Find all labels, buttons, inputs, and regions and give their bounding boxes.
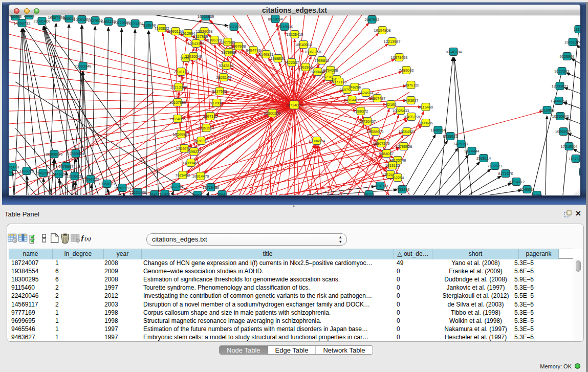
svg-text:8938923: 8938923 (443, 134, 458, 139)
svg-text:252254: 252254 (391, 176, 404, 180)
svg-text:10688609: 10688609 (367, 129, 384, 134)
svg-text:39154: 39154 (9, 170, 13, 174)
svg-text:1167533: 1167533 (569, 157, 580, 161)
svg-text:8427552: 8427552 (212, 89, 227, 94)
svg-text:8471676: 8471676 (498, 171, 513, 176)
svg-text:20053346: 20053346 (75, 64, 92, 69)
svg-text:14099489: 14099489 (183, 161, 200, 165)
svg-text:18724007: 18724007 (286, 103, 303, 107)
svg-text:15692971: 15692971 (555, 129, 572, 134)
svg-text:1156829: 1156829 (19, 169, 34, 173)
svg-text:9474444: 9474444 (465, 149, 480, 154)
svg-text:3624554: 3624554 (359, 91, 374, 95)
svg-text:10210643: 10210643 (552, 114, 569, 119)
svg-text:12213987: 12213987 (384, 39, 401, 44)
svg-text:16648784: 16648784 (445, 50, 462, 54)
svg-text:15751074: 15751074 (564, 40, 580, 45)
svg-text:19218506: 19218506 (276, 25, 293, 29)
svg-text:12975115: 12975115 (403, 83, 419, 87)
svg-text:7625402: 7625402 (176, 173, 190, 178)
svg-text:746266: 746266 (349, 85, 361, 90)
svg-text:12444154: 12444154 (551, 99, 568, 103)
svg-text:7515546: 7515546 (141, 23, 156, 28)
svg-text:25300205: 25300205 (264, 111, 281, 116)
svg-text:9327509: 9327509 (193, 34, 208, 39)
svg-text:10973493: 10973493 (391, 55, 408, 60)
svg-text:9777169: 9777169 (332, 80, 347, 84)
svg-text:2942737: 2942737 (36, 171, 51, 176)
svg-text:18640910: 18640910 (295, 42, 312, 47)
svg-text:1588520: 1588520 (271, 56, 286, 61)
svg-text:9329966: 9329966 (560, 54, 575, 59)
svg-text:16033809: 16033809 (198, 15, 214, 19)
svg-text:5322037: 5322037 (285, 60, 299, 65)
svg-text:10654112: 10654112 (508, 180, 525, 184)
svg-text:7386372: 7386372 (354, 109, 368, 114)
svg-text:8990448: 8990448 (311, 70, 325, 74)
svg-text:10756928: 10756928 (396, 144, 412, 149)
svg-text:14136141: 14136141 (372, 184, 389, 188)
svg-text:93411: 93411 (149, 192, 160, 195)
svg-text:2087682: 2087682 (365, 17, 380, 22)
svg-text:1527602: 1527602 (88, 18, 103, 23)
svg-text:9227342: 9227342 (555, 69, 570, 74)
svg-text:9899695: 9899695 (419, 121, 433, 125)
svg-text:19384554: 19384554 (309, 139, 325, 143)
svg-text:3875685: 3875685 (222, 50, 236, 55)
svg-text:10807487: 10807487 (369, 96, 386, 101)
svg-text:2718170: 2718170 (174, 70, 189, 74)
svg-text:20364436: 20364436 (344, 98, 361, 102)
svg-text:17359924: 17359924 (68, 151, 84, 156)
svg-text:7955812: 7955812 (315, 58, 330, 63)
svg-text:22420046: 22420046 (185, 54, 202, 59)
svg-text:3267130: 3267130 (203, 114, 218, 119)
svg-text:11174: 11174 (574, 27, 580, 32)
svg-text:9115460: 9115460 (419, 105, 433, 110)
svg-text:9084067: 9084067 (379, 151, 394, 156)
svg-text:12213389: 12213389 (170, 85, 187, 90)
svg-text:16961758: 16961758 (304, 50, 321, 54)
svg-text:8813054: 8813054 (268, 17, 283, 21)
svg-text:66113: 66113 (364, 192, 374, 195)
svg-text:94356: 94356 (532, 193, 542, 195)
svg-text:9657791: 9657791 (169, 185, 184, 189)
svg-text:11353594: 11353594 (198, 126, 214, 130)
svg-text:14055712: 14055712 (14, 21, 31, 26)
svg-text:19654923: 19654923 (399, 129, 416, 134)
svg-text:15716485: 15716485 (203, 185, 220, 190)
svg-text:19166827: 19166827 (173, 132, 190, 137)
svg-text:20206576: 20206576 (46, 152, 63, 157)
svg-text:16087159: 16087159 (48, 15, 65, 20)
svg-text:8823: 8823 (579, 170, 580, 174)
svg-text:12923468: 12923468 (129, 190, 146, 195)
svg-text:62160: 62160 (386, 102, 397, 107)
svg-text:9242848: 9242848 (219, 63, 234, 68)
svg-text:7163822: 7163822 (155, 26, 169, 31)
svg-text:9245652: 9245652 (520, 187, 535, 192)
svg-text:19654955: 19654955 (169, 117, 186, 121)
svg-text:1733426: 1733426 (395, 187, 410, 192)
svg-text:12093873: 12093873 (552, 84, 569, 89)
svg-text:15720407: 15720407 (359, 119, 376, 124)
svg-text:1640954: 1640954 (431, 128, 446, 133)
svg-text:2367608: 2367608 (231, 44, 246, 49)
svg-text:2803144: 2803144 (216, 75, 231, 80)
svg-text:8215953: 8215953 (540, 108, 555, 113)
svg-text:3498222: 3498222 (187, 149, 202, 154)
svg-text:16154808: 16154808 (374, 28, 391, 33)
svg-text:6794028: 6794028 (323, 68, 338, 73)
svg-text:8186328: 8186328 (207, 38, 222, 42)
svg-text:17957223: 17957223 (82, 177, 99, 182)
svg-text:17016504: 17016504 (561, 144, 578, 149)
svg-text:13325419: 13325419 (287, 32, 303, 37)
svg-text:8944: 8944 (193, 193, 202, 195)
svg-text:12505135: 12505135 (67, 174, 83, 179)
svg-text:20841: 20841 (217, 192, 228, 195)
svg-text:1362615: 1362615 (298, 65, 313, 70)
svg-text:114519: 114519 (53, 172, 65, 177)
svg-text:8878352: 8878352 (194, 139, 209, 143)
svg-text:917006: 917006 (210, 101, 223, 105)
svg-text:20914: 20914 (24, 15, 35, 18)
svg-text:9463627: 9463627 (404, 98, 419, 103)
svg-text:2935114: 2935114 (476, 156, 491, 161)
